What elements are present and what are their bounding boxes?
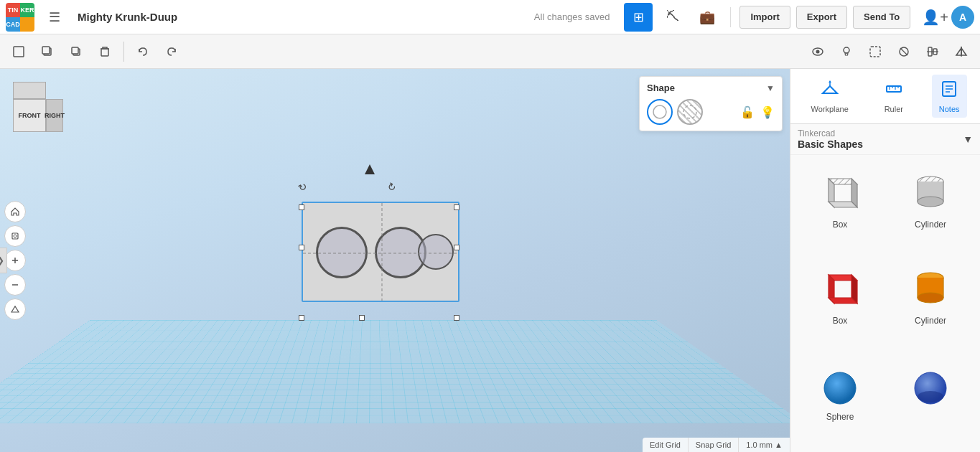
- logo-tr: KER: [20, 3, 34, 17]
- shape-category-container: Tinkercad Basic Shapes: [798, 128, 863, 150]
- svg-marker-17: [961, 48, 966, 55]
- perspective-button[interactable]: [4, 298, 26, 320]
- left-tools: [4, 201, 26, 320]
- snap-value: 1.0 mm: [746, 441, 773, 449]
- menu-button[interactable]: ☰: [40, 3, 69, 32]
- shape-card-cylinder-orange[interactable]: Cylinder: [887, 257, 974, 350]
- ruler-icon: [884, 79, 904, 103]
- orientation-cube[interactable]: FRONT RIGHT: [13, 82, 63, 132]
- cube-right-face: RIGHT: [46, 99, 63, 132]
- visibility-button[interactable]: [805, 39, 831, 65]
- workplane-label: Workplane: [811, 105, 848, 113]
- svg-point-63: [918, 391, 943, 402]
- main-area: FRONT RIGHT ↻: [0, 69, 980, 452]
- edit-grid-status[interactable]: Edit Grid: [643, 438, 688, 452]
- svg-rect-2: [42, 47, 50, 54]
- undo-button[interactable]: [130, 39, 156, 65]
- shape-img-torus: [905, 359, 956, 409]
- sel-handle-br[interactable]: [454, 315, 459, 321]
- box-body[interactable]: [302, 202, 459, 302]
- shape-panel-header: Shape ▼: [647, 83, 775, 93]
- shape-dropdown-chevron[interactable]: ▼: [963, 133, 973, 145]
- shape-card-torus[interactable]: [887, 353, 974, 446]
- svg-rect-19: [12, 233, 18, 239]
- ruler-tool[interactable]: Ruler: [877, 75, 911, 118]
- shape-img-cylinder-orange: [905, 263, 956, 313]
- sel-handle-ml[interactable]: [299, 245, 304, 250]
- shape-panel-chevron[interactable]: ▼: [766, 83, 775, 93]
- lock-icon[interactable]: 🔓: [740, 105, 755, 119]
- shape-card-box-red[interactable]: Box: [796, 257, 884, 350]
- export-button[interactable]: Export: [796, 6, 847, 29]
- right-panel-tools: Workplane Ruler Notes: [790, 69, 980, 124]
- circle-hole-3: [418, 234, 454, 270]
- lightbulb-button[interactable]: [834, 39, 859, 65]
- notes-tool[interactable]: Notes: [932, 75, 967, 118]
- shape-card-sphere-blue[interactable]: Sphere: [796, 353, 884, 446]
- svg-point-61: [824, 372, 856, 404]
- shape-options: 🔓 💡: [647, 99, 775, 125]
- align-button[interactable]: [920, 39, 946, 65]
- rot-handle-right[interactable]: ↻: [386, 180, 398, 194]
- sendto-button[interactable]: Send To: [853, 6, 910, 29]
- flip-button[interactable]: [948, 39, 974, 65]
- svg-point-8: [816, 50, 820, 53]
- right-panel: Workplane Ruler Notes Tinkercad Basic Sh…: [790, 69, 980, 452]
- shape-label-cylinder-orange: Cylinder: [915, 316, 946, 326]
- sel-handle-tr[interactable]: [454, 204, 459, 210]
- hole-button[interactable]: [891, 39, 917, 65]
- shape-label-box-red: Box: [833, 316, 848, 326]
- shape-label-box-gray: Box: [833, 220, 848, 230]
- cube-front-face: FRONT: [13, 99, 46, 132]
- zoom-in-button[interactable]: [4, 250, 26, 271]
- 3d-object[interactable]: ↻ ↻: [273, 180, 467, 324]
- shape-img-cylinder-gray: [905, 166, 956, 217]
- svg-marker-29: [823, 86, 837, 93]
- shape-label-sphere-blue: Sphere: [826, 412, 854, 422]
- shape-img-box-red: [815, 263, 865, 313]
- sel-handle-bl[interactable]: [299, 315, 304, 321]
- grid-floor: [0, 320, 790, 423]
- panel-collapse-handle[interactable]: ❯: [0, 248, 7, 273]
- rot-handle-left[interactable]: ↻: [297, 180, 309, 194]
- shape-card-cylinder-gray[interactable]: Cylinder: [887, 161, 974, 254]
- svg-line-12: [900, 48, 907, 55]
- svg-point-20: [14, 235, 17, 237]
- sel-handle-tl[interactable]: [299, 204, 304, 210]
- circle-hole-1: [316, 227, 368, 278]
- shape-gen-button[interactable]: [862, 39, 888, 65]
- user-area: 👤+ A: [922, 6, 974, 29]
- avatar[interactable]: A: [951, 6, 974, 29]
- copy-from-button[interactable]: [34, 39, 60, 65]
- home-view-button[interactable]: [4, 201, 26, 222]
- svg-marker-45: [829, 202, 857, 207]
- shape-panel-title: Shape: [647, 83, 675, 93]
- new-button[interactable]: [6, 39, 32, 65]
- lightbulb-shape-icon[interactable]: 💡: [760, 105, 775, 119]
- workplane-tool[interactable]: Workplane: [803, 75, 855, 118]
- hole-option[interactable]: [677, 99, 703, 125]
- zoom-out-button[interactable]: [4, 274, 26, 296]
- grid-view-button[interactable]: ⊞: [624, 3, 653, 32]
- sel-handle-bm[interactable]: [359, 315, 365, 321]
- snap-value-status[interactable]: 1.0 mm ▲: [738, 438, 790, 452]
- svg-marker-16: [956, 48, 961, 55]
- briefcase-button[interactable]: 💼: [693, 3, 722, 32]
- frame-all-button[interactable]: [4, 225, 26, 247]
- solid-option[interactable]: [647, 99, 673, 125]
- save-status: All changes saved: [534, 11, 610, 22]
- sel-handle-mr[interactable]: [454, 245, 459, 250]
- notes-icon: [939, 79, 959, 103]
- pickaxe-button[interactable]: ⛏: [658, 3, 687, 32]
- redo-button[interactable]: [159, 39, 185, 65]
- add-user-icon[interactable]: 👤+: [922, 9, 948, 26]
- import-button[interactable]: Import: [739, 6, 790, 29]
- duplicate-button[interactable]: [63, 39, 89, 65]
- shape-card-box-gray[interactable]: Box: [796, 161, 884, 254]
- logo-tl: TIN: [6, 3, 20, 17]
- delete-button[interactable]: [92, 39, 118, 65]
- shape-label-cylinder-gray: Cylinder: [915, 220, 946, 230]
- shape-selector-header: Tinkercad Basic Shapes ▼: [790, 124, 980, 155]
- viewport[interactable]: FRONT RIGHT ↻: [0, 69, 790, 452]
- svg-rect-6: [101, 49, 108, 56]
